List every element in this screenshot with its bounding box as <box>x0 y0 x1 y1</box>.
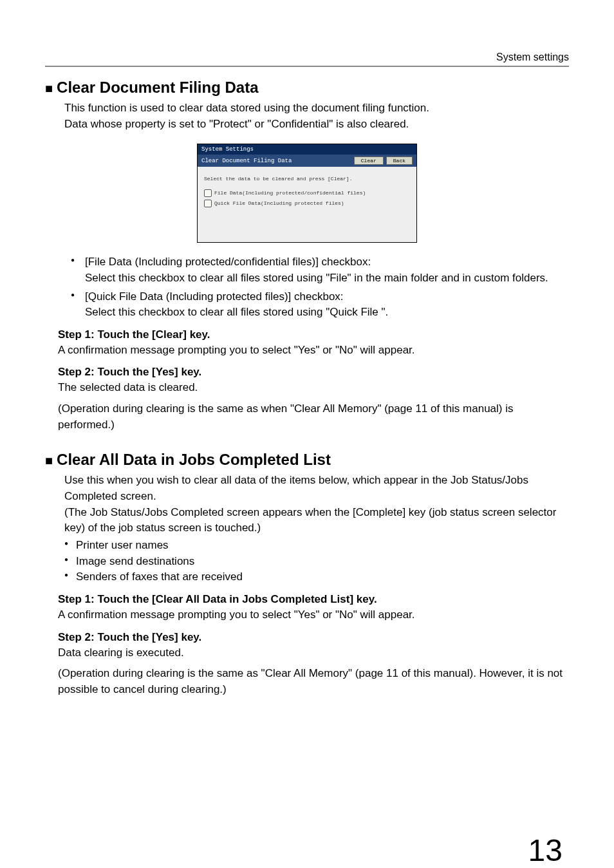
section1-intro1: This function is used to clear data stor… <box>64 100 569 117</box>
page-number: 13 <box>45 833 569 868</box>
embedded-screenshot: System Settings Clear Document Filing Da… <box>197 144 417 243</box>
section2-intro1: Use this when you wish to clear all data… <box>64 473 569 504</box>
ss-title: Clear Document Filing Data <box>201 158 354 164</box>
ss-quick-file-label: Quick File Data(Including protected file… <box>214 200 344 206</box>
bullet-quick-file-body: Select this checkbox to clear all files … <box>85 305 569 321</box>
ss-check-quick-file[interactable] <box>204 200 212 207</box>
bullet-quick-file: [Quick File Data (Including protected fi… <box>71 289 569 321</box>
square-bullet-icon: ■ <box>45 453 53 467</box>
section1-title: ■Clear Document Filing Data <box>45 79 569 97</box>
ss-file-data-label: File Data(Including protected/confidenti… <box>214 190 366 196</box>
item-image-send-dest: Image send destinations <box>64 554 569 570</box>
bullet-file-data-head: [File Data (Including protected/confiden… <box>85 256 371 268</box>
s2-step2-body2: (Operation during clearing is the same a… <box>58 666 569 697</box>
item-printer-user-names: Printer user names <box>64 538 569 554</box>
ss-clear-button[interactable]: Clear <box>354 156 384 165</box>
s1-step2-body2: (Operation during clearing is the same a… <box>58 401 569 433</box>
ss-instruction: Select the data to be cleared and press … <box>204 176 410 182</box>
section2-title-text: Clear All Data in Jobs Completed List <box>57 451 331 468</box>
section2-intro2: (The Job Status/Jobs Completed screen ap… <box>64 505 569 536</box>
s1-step2-title: Step 2: Touch the [Yes] key. <box>58 366 569 379</box>
section1-intro2: Data whose property is set to "Protect" … <box>64 117 569 133</box>
section1-title-text: Clear Document Filing Data <box>57 79 258 96</box>
bullet-quick-file-head: [Quick File Data (Including protected fi… <box>85 290 344 303</box>
s2-step2-body1: Data clearing is executed. <box>58 645 569 661</box>
s2-step2-title: Step 2: Touch the [Yes] key. <box>58 631 569 644</box>
section2-title: ■Clear All Data in Jobs Completed List <box>45 451 569 469</box>
s1-step2-body1: The selected data is cleared. <box>58 380 569 396</box>
ss-system-settings: System Settings <box>198 144 416 155</box>
item-senders-faxes: Senders of faxes that are received <box>64 569 569 585</box>
s2-step1-body: A confirmation message prompting you to … <box>58 607 569 623</box>
s1-step1-title: Step 1: Touch the [Clear] key. <box>58 328 569 341</box>
ss-check-file-data[interactable] <box>204 189 212 197</box>
ss-back-button[interactable]: Back <box>386 156 413 165</box>
bullet-file-data-body: Select this checkbox to clear all files … <box>85 270 569 287</box>
square-bullet-icon: ■ <box>45 81 53 95</box>
bullet-file-data: [File Data (Including protected/confiden… <box>71 254 569 286</box>
s2-step1-title: Step 1: Touch the [Clear All Data in Job… <box>58 593 569 606</box>
s1-step1-body: A confirmation message prompting you to … <box>58 343 569 359</box>
page-header: System settings <box>45 52 569 67</box>
